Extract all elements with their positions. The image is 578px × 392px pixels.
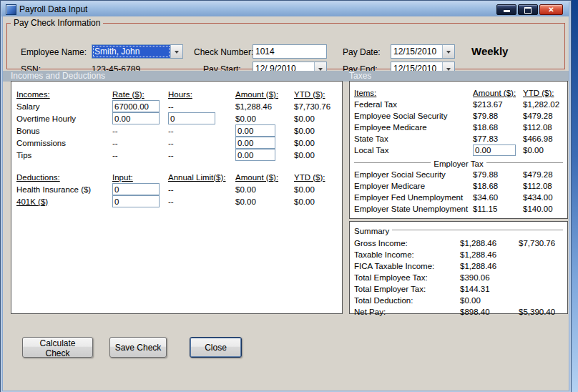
deduction-column-header: Annual Limit($): (168, 173, 235, 182)
calculate-check-button[interactable]: Calculate Check (22, 337, 93, 358)
tax-row-label: Employee Medicare (354, 123, 473, 132)
tax-row: Local Tax$0.00 (354, 144, 563, 156)
pay-date-label: Pay Date: (343, 47, 381, 57)
deduction-header-row: Deductions:Input:Annual Limit($):Amount … (16, 171, 337, 183)
divider-line (354, 162, 431, 165)
employer-tax-value: $34.60 (473, 193, 523, 202)
income-column-header: Hours: (168, 90, 235, 99)
income-input[interactable] (112, 100, 160, 112)
pay-date-datepicker[interactable]: 12/15/2010 (391, 44, 455, 59)
employee-tax-table: Items:Amount ($):YTD ($):Federal Tax$213… (354, 87, 563, 156)
employee-name-combobox[interactable]: Smith, John (92, 44, 183, 59)
tax-row: State Tax$77.83$466.98 (354, 133, 563, 144)
tax-value: $479.28 (523, 112, 563, 120)
tax-row-label: Local Tax (354, 146, 473, 155)
summary-amount: $1,288.46 (460, 250, 519, 259)
summary-label: Taxable Income: (354, 250, 460, 259)
summary-amount: $390.06 (460, 273, 519, 282)
employer-tax-row-label: Employer Medicare (354, 182, 473, 190)
income-input[interactable] (235, 149, 275, 161)
employer-tax-value: $11.15 (473, 205, 523, 213)
income-column-header: Incomes: (16, 90, 112, 99)
deduction-row: Health Insurance ($)--$0.00$0.00 (16, 183, 337, 195)
deduction-column-header: YTD ($): (294, 173, 337, 182)
summary-label: Total Employee Tax: (354, 273, 460, 282)
employer-tax-value: $112.08 (523, 182, 563, 190)
income-row-label: Salary (16, 102, 112, 111)
deduction-input[interactable] (112, 183, 160, 195)
close-icon (540, 6, 562, 14)
tax-value: $213.67 (473, 100, 523, 109)
summary-table: Gross Income:$1,288.46$7,730.76Taxable I… (354, 237, 563, 318)
summary-label: Net Pay: (354, 308, 460, 316)
titlebar[interactable]: Payroll Data Input (1, 1, 569, 16)
deduction-row-label[interactable]: 401K ($) (16, 197, 112, 206)
employer-tax-header: Employer Tax (431, 160, 486, 168)
chevron-down-icon (175, 51, 179, 56)
tax-row: Employee Medicare$18.68$112.08 (354, 122, 563, 133)
tax-value: $1,282.02 (523, 100, 563, 109)
deduction-value: $0.00 (235, 197, 294, 206)
close-button[interactable] (539, 4, 563, 15)
check-number-label: Check Number: (194, 47, 253, 57)
income-input[interactable] (235, 137, 275, 149)
income-row-label: Commissions (16, 139, 112, 147)
pay-frequency-label: Weekly (471, 45, 508, 57)
maximize-icon (524, 7, 532, 14)
income-value: -- (112, 151, 168, 160)
maximize-button[interactable] (518, 4, 538, 15)
income-row: Overtime Hourly$0.00$0.00 (16, 112, 337, 124)
tax-row: Federal Tax$213.67$1,282.02 (354, 99, 563, 110)
section-header-band: Incomes and Deductions Taxes (3, 71, 569, 82)
summary-ytd: $7,730.76 (519, 239, 563, 248)
summary-legend: Summary (354, 227, 392, 235)
deduction-value: -- (168, 185, 235, 194)
pay-date-dropdown-button[interactable] (442, 45, 454, 58)
app-window: Payroll Data Input Pay Check Information… (0, 0, 572, 392)
income-row-label: Bonus (16, 127, 112, 135)
tax-row-label: State Tax (354, 134, 473, 143)
tax-row-label: Employee Social Security (354, 112, 473, 120)
income-value: -- (168, 139, 235, 147)
deduction-value: $0.00 (235, 185, 294, 194)
window-title: Payroll Data Input (19, 4, 87, 14)
income-input[interactable] (235, 124, 275, 137)
employee-name-dropdown-button[interactable] (170, 45, 182, 58)
paycheck-information-legend: Pay Check Information (11, 18, 103, 28)
tax-column-header: Amount ($): (473, 89, 523, 97)
summary-ytd: $5,390.40 (519, 308, 563, 316)
save-check-button[interactable]: Save Check (109, 337, 167, 358)
income-input[interactable] (168, 112, 215, 124)
employee-name-label: Employee Name: (21, 47, 87, 57)
summary-amount: $898.40 (460, 308, 519, 316)
income-table: Incomes:Rate ($):Hours:Amount ($):YTD ($… (16, 88, 337, 161)
summary-label: Total Deduction: (354, 296, 460, 305)
check-number-input[interactable] (253, 44, 327, 59)
income-input[interactable] (112, 112, 160, 124)
legend-line (392, 230, 563, 232)
minimize-button[interactable] (496, 4, 516, 15)
income-value: -- (112, 139, 168, 147)
tax-header-row: Items:Amount ($):YTD ($): (354, 87, 563, 99)
incomes-section-header: Incomes and Deductions (11, 71, 105, 82)
pay-date-value: 12/15/2010 (391, 45, 442, 58)
tax-input[interactable] (473, 144, 516, 156)
employer-tax-row-label: Employer Social Security (354, 170, 473, 179)
tax-row-label: Federal Tax (354, 100, 473, 109)
tax-value: $77.83 (473, 134, 523, 143)
summary-panel: Summary Gross Income:$1,288.46$7,730.76T… (349, 221, 568, 314)
income-value: $0.00 (294, 139, 337, 147)
tax-column-header: Items: (354, 89, 473, 97)
summary-label: Gross Income: (354, 239, 460, 248)
summary-amount: $0.00 (460, 296, 519, 305)
close-dialog-button[interactable]: Close (190, 337, 242, 358)
income-value: $0.00 (294, 114, 337, 123)
employer-tax-value: $434.00 (523, 193, 563, 202)
employer-tax-value: $18.68 (473, 182, 523, 190)
income-value: $1,288.46 (235, 102, 294, 111)
deduction-value: -- (168, 197, 235, 206)
deduction-row: 401K ($)--$0.00$0.00 (16, 195, 337, 207)
income-value: -- (168, 151, 235, 160)
income-row: Bonus----$0.00 (16, 124, 337, 137)
deduction-input[interactable] (112, 195, 160, 207)
